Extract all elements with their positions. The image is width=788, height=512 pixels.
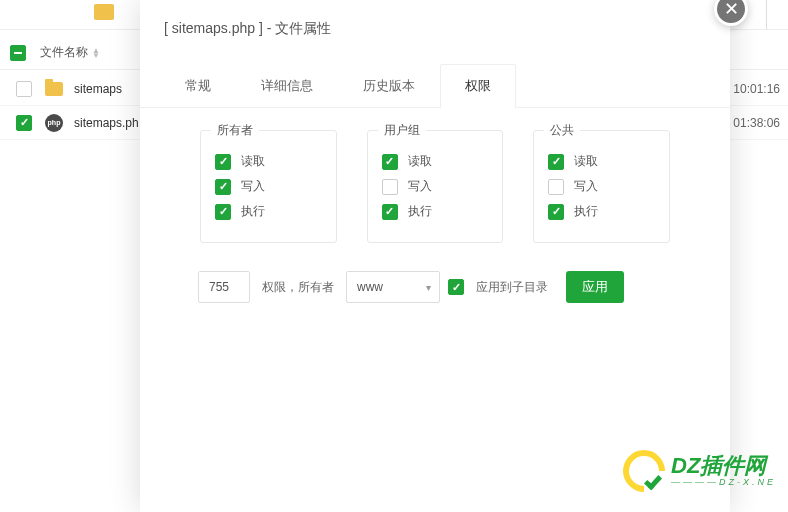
group-legend: 公共 [544,122,580,139]
read-label: 读取 [241,153,265,170]
file-properties-dialog: ✕ [ sitemaps.php ] - 文件属性 常规 详细信息 历史版本 权… [140,0,730,512]
toolbar-folder-icon [94,4,114,20]
watermark-subtext: ————DZ-X.NE [671,478,776,488]
watermark-text: DZ插件网 [671,454,776,478]
bg-divider [766,0,788,30]
group-exec-checkbox[interactable] [382,204,398,220]
read-label: 读取 [408,153,432,170]
group-read-checkbox[interactable] [382,154,398,170]
watermark: DZ插件网 ————DZ-X.NE [623,450,776,492]
owner-write-checkbox[interactable] [215,179,231,195]
tab-history[interactable]: 历史版本 [338,64,440,108]
folder-icon [44,79,64,99]
read-label: 读取 [574,153,598,170]
apply-subdir-label: 应用到子目录 [476,279,548,296]
exec-label: 执行 [408,203,432,220]
public-write-checkbox[interactable] [548,179,564,195]
col-filename[interactable]: 文件名称 [40,44,88,61]
group-write-checkbox[interactable] [382,179,398,195]
tab-details[interactable]: 详细信息 [236,64,338,108]
group-legend: 所有者 [211,122,259,139]
perm-group-public: 公共 读取 写入 执行 [533,130,670,243]
file-time: 6 01:38:06 [723,116,780,130]
owner-label: 权限，所有者 [262,279,334,296]
file-time: 0 10:01:16 [723,82,780,96]
write-label: 写入 [241,178,265,195]
file-name: sitemaps [74,82,122,96]
select-all-checkbox[interactable] [10,45,26,61]
sort-icon[interactable]: ▲▼ [92,48,100,58]
file-name: sitemaps.ph [74,116,139,130]
owner-read-checkbox[interactable] [215,154,231,170]
owner-value: www [357,280,383,294]
perm-group-group: 用户组 读取 写入 执行 [367,130,504,243]
row-checkbox[interactable] [16,115,32,131]
chevron-down-icon: ▾ [426,282,431,293]
group-legend: 用户组 [378,122,426,139]
dialog-tabs: 常规 详细信息 历史版本 权限 [140,64,730,108]
mode-input[interactable] [198,271,250,303]
php-icon: php [44,113,64,133]
owner-exec-checkbox[interactable] [215,204,231,220]
owner-select[interactable]: www ▾ [346,271,440,303]
watermark-logo-icon [623,450,665,492]
write-label: 写入 [408,178,432,195]
public-read-checkbox[interactable] [548,154,564,170]
tab-permissions[interactable]: 权限 [440,64,516,108]
dialog-title: [ sitemaps.php ] - 文件属性 [140,0,730,56]
exec-label: 执行 [241,203,265,220]
public-exec-checkbox[interactable] [548,204,564,220]
apply-subdir-checkbox[interactable] [448,279,464,295]
write-label: 写入 [574,178,598,195]
exec-label: 执行 [574,203,598,220]
tab-general[interactable]: 常规 [160,64,236,108]
row-checkbox[interactable] [16,81,32,97]
perm-group-owner: 所有者 读取 写入 执行 [200,130,337,243]
apply-button[interactable]: 应用 [566,271,624,303]
